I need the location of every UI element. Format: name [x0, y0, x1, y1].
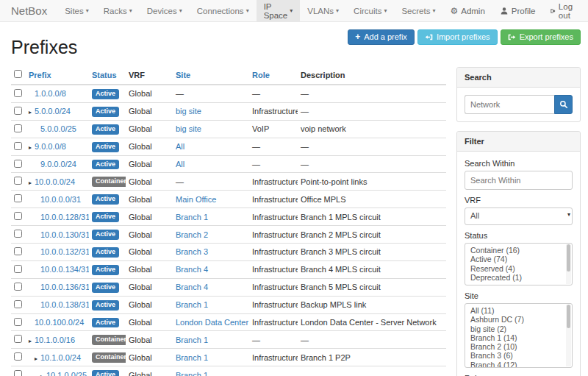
status-badge: Container [92, 177, 126, 187]
row-checkbox[interactable] [14, 107, 22, 115]
add-prefix-button[interactable]: + Add a prefix [348, 29, 415, 45]
site-link[interactable]: big site [176, 107, 201, 116]
nav-item-profile[interactable]: Profile [492, 0, 543, 21]
site-link[interactable]: Branch 4 [176, 283, 208, 291]
sort-status[interactable]: Status [92, 71, 117, 79]
select-all-checkbox[interactable] [14, 70, 22, 78]
listbox-option[interactable]: Branch 3 (6) [465, 351, 572, 360]
site-listbox[interactable]: All (11)Ashburn DC (7)big site (2)Branch… [465, 303, 573, 368]
row-checkbox[interactable] [14, 370, 22, 376]
row-checkbox[interactable] [14, 89, 22, 97]
listbox-option[interactable]: Deprecated (1) [465, 273, 572, 282]
sort-site[interactable]: Site [176, 71, 190, 79]
scrollbar[interactable] [566, 244, 571, 284]
prefix-link[interactable]: 10.0.0.0/24 [35, 177, 75, 186]
nav-item-connections[interactable]: Connections▾ [190, 0, 257, 21]
row-checkbox[interactable] [14, 160, 22, 168]
row-checkbox[interactable] [14, 265, 22, 273]
filter-panel: Filter Search Within VRF All ▾ Status Co… [456, 131, 581, 376]
row-checkbox[interactable] [14, 335, 22, 343]
listbox-option[interactable]: Ashburn DC (7) [465, 315, 572, 324]
search-input[interactable] [465, 95, 554, 114]
prefix-link[interactable]: 10.1.0.0/16 [35, 336, 75, 344]
site-link[interactable]: All [176, 142, 184, 151]
site-cell: big site [173, 102, 249, 120]
prefix-link[interactable]: 10.0.0.134/31 [40, 265, 89, 274]
listbox-option[interactable]: big site (2) [465, 324, 572, 333]
site-link[interactable]: Main Office [176, 195, 216, 204]
prefix-link[interactable]: 10.0.0.128/31 [40, 213, 89, 221]
row-checkbox[interactable] [14, 212, 22, 220]
listbox-option[interactable]: All (11) [465, 306, 572, 315]
vrf-select-value: All [470, 211, 479, 220]
prefix-link[interactable]: 10.0.0.136/31 [40, 283, 89, 291]
listbox-option[interactable]: Reserved (4) [465, 264, 572, 273]
row-checkbox[interactable] [14, 318, 22, 326]
filter-panel-title: Filter [457, 132, 580, 152]
vrf-cell: Global [126, 208, 173, 226]
site-link[interactable]: Branch 1 [176, 353, 208, 362]
listbox-option[interactable]: Branch 4 (12) [465, 361, 572, 368]
search-within-input[interactable] [465, 171, 573, 190]
row-checkbox[interactable] [14, 124, 22, 132]
site-link[interactable]: London Data Center [176, 318, 248, 327]
export-prefixes-button[interactable]: Export prefixes [501, 29, 581, 45]
status-listbox[interactable]: Container (16)Active (74)Reserved (4)Dep… [465, 243, 573, 285]
search-button[interactable] [554, 95, 573, 114]
site-link[interactable]: Branch 2 [176, 230, 208, 239]
prefix-link[interactable]: 10.0.0.0/31 [40, 195, 81, 204]
scrollbar-thumb[interactable] [567, 305, 570, 328]
prefix-link[interactable]: 5.0.0.0/25 [40, 124, 76, 133]
row-checkbox[interactable] [14, 230, 22, 238]
scrollbar[interactable] [566, 305, 571, 366]
vrf-select[interactable]: All ▾ [465, 207, 573, 225]
listbox-option[interactable]: Branch 2 (10) [465, 342, 572, 351]
listbox-option[interactable]: Container (16) [465, 246, 572, 255]
nav-item-vlans[interactable]: VLANs▾ [300, 0, 346, 21]
prefix-link[interactable]: 10.0.0.132/31 [40, 247, 89, 256]
row-checkbox[interactable] [14, 352, 22, 361]
listbox-option[interactable]: Branch 1 (14) [465, 333, 572, 342]
site-link[interactable]: big site [176, 124, 201, 133]
sort-role[interactable]: Role [252, 71, 270, 79]
listbox-option[interactable]: Active (74) [465, 255, 572, 263]
row-checkbox[interactable] [14, 194, 22, 202]
site-link[interactable]: Branch 1 [176, 300, 208, 309]
row-checkbox[interactable] [14, 283, 22, 291]
status-badge: Active [92, 230, 119, 240]
nav-item-ip-space[interactable]: IP Space▾ [257, 0, 301, 21]
site-cell: All [173, 155, 249, 173]
site-link[interactable]: All [176, 160, 184, 169]
prefix-link[interactable]: 9.0.0.0/24 [40, 160, 76, 169]
nav-item-circuits[interactable]: Circuits▾ [346, 0, 394, 21]
app-brand[interactable]: NetBox [0, 0, 57, 21]
prefix-link[interactable]: 10.0.0.138/31 [40, 300, 89, 309]
prefix-link[interactable]: 1.0.0.0/8 [35, 89, 66, 98]
row-checkbox[interactable] [14, 247, 22, 255]
import-prefixes-button[interactable]: Import prefixes [417, 29, 498, 45]
prefix-link[interactable]: 10.1.0.0/25 [46, 371, 87, 376]
site-link[interactable]: Branch 3 [176, 247, 208, 256]
site-link[interactable]: Branch 4 [176, 265, 208, 274]
sort-prefix[interactable]: Prefix [29, 71, 51, 79]
prefix-link[interactable]: 9.0.0.0/8 [35, 142, 66, 151]
prefix-link[interactable]: 10.0.100.0/24 [35, 318, 84, 327]
prefix-link[interactable]: 5.0.0.0/24 [35, 107, 71, 116]
nav-label: Secrets [401, 7, 430, 15]
nav-item-racks[interactable]: Racks▾ [96, 0, 140, 21]
nav-item-devices[interactable]: Devices▾ [140, 0, 190, 21]
nav-item-admin[interactable]: ⚙ Admin [442, 0, 492, 21]
row-checkbox[interactable] [14, 177, 22, 185]
nav-item-sites[interactable]: Sites▾ [57, 0, 96, 21]
site-link[interactable]: Branch 1 [176, 213, 208, 221]
row-checkbox[interactable] [14, 142, 22, 150]
nav-item-logout[interactable]: Log out [542, 0, 583, 21]
table-row: ▸9.0.0.0/24 Active Global All — — [11, 155, 446, 173]
prefix-link[interactable]: 10.0.0.130/31 [40, 230, 89, 239]
scrollbar-thumb[interactable] [567, 244, 570, 272]
nav-item-secrets[interactable]: Secrets▾ [394, 0, 442, 21]
prefix-link[interactable]: 10.1.0.0/24 [40, 353, 81, 362]
site-link[interactable]: Branch 1 [176, 336, 208, 344]
site-link[interactable]: Branch 1 [176, 371, 208, 376]
row-checkbox[interactable] [14, 300, 22, 308]
